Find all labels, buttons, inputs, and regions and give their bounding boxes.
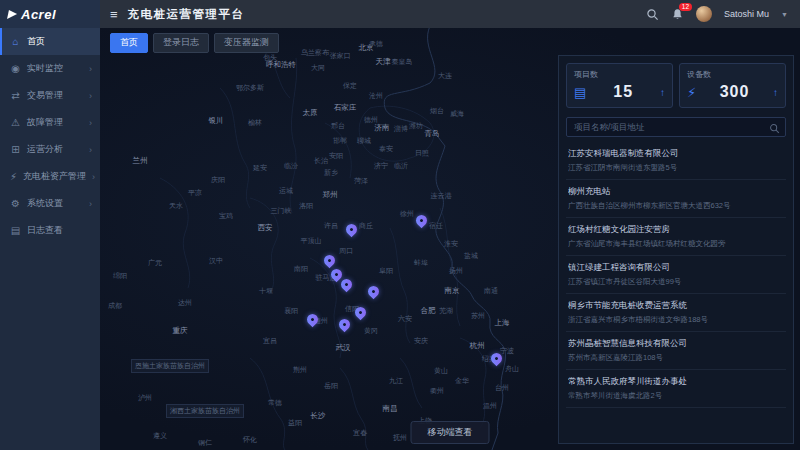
project-list-item[interactable]: 红场村红糖文化园注安营房 广东省汕尾市海丰县红场镇红场村红糖文化园旁	[566, 218, 786, 256]
user-name[interactable]: Satoshi Mu	[724, 9, 769, 19]
project-name: 常熟市人民政府琴川街道办事处	[568, 376, 784, 388]
map-pin-icon[interactable]	[489, 351, 505, 367]
project-address: 广西壮族自治区柳州市柳东新区官塘大道西632号	[568, 201, 784, 211]
chevron-right-icon: ›	[89, 64, 92, 74]
project-list-item[interactable]: 柳州充电站 广西壮族自治区柳州市柳东新区官塘大道西632号	[566, 180, 786, 218]
search-icon[interactable]	[646, 8, 659, 21]
project-list-item[interactable]: 镇江绿建工程咨询有限公司 江苏省镇江市丹徒区谷阳大道99号	[566, 256, 786, 294]
project-address: 常熟市琴川街道海虞北路2号	[568, 391, 784, 401]
monitor-icon: ◉	[10, 63, 21, 74]
sidebar-item-label: 实时监控	[27, 62, 63, 75]
projects-count: 15	[590, 83, 656, 101]
project-list: 江苏安科瑞电器制造有限公司 江苏省江阴市南闸街道东盟路5号 柳州充电站 广西壮族…	[566, 142, 786, 437]
tab-label: 首页	[120, 37, 138, 47]
stat-label: 设备数	[687, 69, 778, 80]
acrel-logo-mark-icon	[7, 10, 18, 19]
chevron-right-icon: ›	[89, 145, 92, 155]
map-pin-icon[interactable]	[337, 317, 353, 333]
notifications-bell-icon[interactable]: 12	[671, 8, 684, 21]
project-address: 浙江省嘉兴市桐乡市梧桐街道文华路188号	[568, 315, 784, 325]
project-list-item[interactable]: 桐乡市节能充电桩收费运营系统 浙江省嘉兴市桐乡市梧桐街道文华路188号	[566, 294, 786, 332]
sidebar-item-label: 运营分析	[27, 143, 63, 156]
project-search	[566, 116, 786, 137]
project-name: 苏州晶桩智慧信息科技有限公司	[568, 338, 784, 350]
user-avatar[interactable]	[696, 6, 712, 22]
map-pin-icon[interactable]	[366, 284, 382, 300]
tab[interactable]: 首页	[110, 33, 148, 53]
chevron-right-icon: ›	[92, 172, 95, 182]
project-address: 江苏省镇江市丹徒区谷阳大道99号	[568, 277, 784, 287]
stat-label: 项目数	[574, 69, 665, 80]
project-panel: 项目数 ▤ 15 ↑ 设备数 ⚡ 300 ↑	[558, 55, 794, 444]
project-address: 江苏省江阴市南闸街道东盟路5号	[568, 163, 784, 173]
notification-badge: 12	[679, 3, 692, 11]
sidebar-item-label: 日志查看	[27, 224, 63, 237]
sidebar-item-label: 故障管理	[27, 116, 63, 129]
project-list-item[interactable]: 江苏安科瑞电器制造有限公司 江苏省江阴市南闸街道东盟路5号	[566, 142, 786, 180]
search-icon[interactable]	[769, 120, 780, 131]
project-address: 苏州市高新区嘉陵江路108号	[568, 353, 784, 363]
sidebar-item-fault-alert[interactable]: ⚠ 故障管理 ›	[0, 109, 100, 136]
trend-up-icon: ↑	[773, 87, 778, 98]
transactions-icon: ⇄	[10, 90, 21, 101]
main-area: ≡ 充电桩运营管理平台 12 Satoshi Mu ▼	[100, 0, 800, 450]
sidebar-item-label: 首页	[27, 35, 45, 48]
sidebar-item-settings-gear[interactable]: ⚙ 系统设置 ›	[0, 190, 100, 217]
home-icon: ⌂	[10, 36, 21, 47]
tab[interactable]: 登录日志	[153, 33, 209, 53]
chevron-right-icon: ›	[89, 91, 92, 101]
settings-gear-icon: ⚙	[10, 198, 21, 209]
project-name: 柳州充电站	[568, 186, 784, 198]
devices-count: 300	[700, 83, 769, 101]
map-pin-icon[interactable]	[322, 253, 338, 269]
sidebar-item-label: 系统设置	[27, 197, 63, 210]
map-pin-icon[interactable]	[414, 213, 430, 229]
sidebar-item-home[interactable]: ⌂ 首页 ›	[0, 28, 100, 55]
sidebar-item-monitor[interactable]: ◉ 实时监控 ›	[0, 55, 100, 82]
project-list-item[interactable]: 常熟市人民政府琴川街道办事处 常熟市琴川街道海虞北路2号	[566, 370, 786, 408]
user-menu-chevron-down-icon[interactable]: ▼	[781, 11, 788, 18]
project-name: 江苏安科瑞电器制造有限公司	[568, 148, 784, 160]
project-search-input[interactable]	[566, 117, 786, 137]
tab-label: 登录日志	[163, 37, 199, 47]
tab-label: 变压器监测	[224, 37, 269, 47]
stat-card-projects: 项目数 ▤ 15 ↑	[566, 63, 673, 108]
chevron-right-icon: ›	[89, 118, 92, 128]
topbar-actions: 12 Satoshi Mu ▼	[646, 6, 788, 22]
map-pin-icon[interactable]	[305, 312, 321, 328]
acrel-logo-text: Acrel	[21, 7, 56, 22]
topbar: ≡ 充电桩运营管理平台 12 Satoshi Mu ▼	[100, 0, 800, 28]
sidebar-item-transactions[interactable]: ⇄ 交易管理 ›	[0, 82, 100, 109]
page-title: 充电桩运营管理平台	[128, 7, 245, 22]
project-list-item[interactable]: 苏州晶桩智慧信息科技有限公司 苏州市高新区嘉陵江路108号	[566, 332, 786, 370]
project-address: 广东省汕尾市海丰县红场镇红场村红糖文化园旁	[568, 239, 784, 249]
sidebar: Acrel ⌂ 首页 › ◉ 实时监控 › ⇄ 交易管理 › ⚠ 故障管理 › …	[0, 0, 100, 450]
projects-layers-icon: ▤	[574, 86, 586, 99]
map-pin-icon[interactable]	[339, 277, 355, 293]
stat-card-devices: 设备数 ⚡ 300 ↑	[679, 63, 786, 108]
content: 北京天津石家庄太原济南青岛西安郑州合肥南京上海杭州武汉长沙南昌重庆兰州银川呼和浩…	[100, 28, 800, 450]
project-name: 镇江绿建工程咨询有限公司	[568, 262, 784, 274]
project-name: 桐乡市节能充电桩收费运营系统	[568, 300, 784, 312]
sidebar-item-label: 交易管理	[27, 89, 63, 102]
menu-collapse-icon[interactable]: ≡	[110, 7, 118, 22]
stat-cards: 项目数 ▤ 15 ↑ 设备数 ⚡ 300 ↑	[559, 56, 793, 115]
fault-alert-icon: ⚠	[10, 117, 21, 128]
project-name: 红场村红糖文化园注安营房	[568, 224, 784, 236]
map-pin-icon[interactable]	[353, 305, 369, 321]
logo-row: Acrel	[0, 0, 100, 28]
sidebar-nav: ⌂ 首页 › ◉ 实时监控 › ⇄ 交易管理 › ⚠ 故障管理 › ⊞ 运营分析…	[0, 28, 100, 244]
tab[interactable]: 变压器监测	[214, 33, 279, 53]
sidebar-item-logs[interactable]: ▤ 日志查看 ›	[0, 217, 100, 244]
sidebar-item-analysis-chart[interactable]: ⊞ 运营分析 ›	[0, 136, 100, 163]
tab-bar: 首页登录日志变压器监测	[110, 33, 279, 53]
charger-device-icon: ⚡	[687, 86, 696, 99]
charger-asset-icon: ⚡	[10, 171, 17, 182]
trend-up-icon: ↑	[660, 87, 665, 98]
app-root: Acrel ⌂ 首页 › ◉ 实时监控 › ⇄ 交易管理 › ⚠ 故障管理 › …	[0, 0, 800, 450]
logs-icon: ▤	[10, 225, 21, 236]
sidebar-item-label: 充电桩资产管理	[23, 170, 86, 183]
mobile-view-button[interactable]: 移动端查看	[411, 421, 490, 444]
map-pin-icon[interactable]	[344, 222, 360, 238]
sidebar-item-charger-asset[interactable]: ⚡ 充电桩资产管理 ›	[0, 163, 100, 190]
